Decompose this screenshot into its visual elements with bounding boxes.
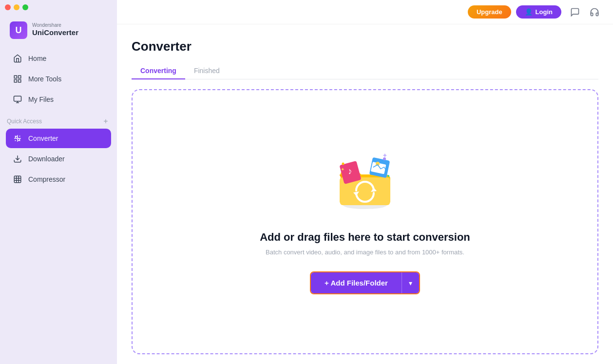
svg-rect-3: [19, 80, 21, 82]
sidebar-item-converter-label: Converter: [28, 134, 58, 142]
sidebar-item-more-tools[interactable]: More Tools: [6, 69, 111, 89]
maximize-button[interactable]: [22, 4, 28, 10]
sidebar-item-compressor[interactable]: Compressor: [6, 170, 111, 189]
sidebar-item-downloader[interactable]: Downloader: [6, 149, 111, 169]
upgrade-button[interactable]: Upgrade: [468, 5, 511, 19]
app-name: UniConverter: [32, 28, 78, 38]
login-button[interactable]: 👤 Login: [516, 5, 561, 19]
quick-access-add-button[interactable]: +: [101, 117, 110, 126]
sidebar-item-downloader-label: Downloader: [28, 155, 65, 163]
add-files-button-wrapper: + Add Files/Folder ▾: [310, 271, 420, 294]
tabs: Converting Finished: [132, 63, 598, 79]
sidebar: U Wondershare UniConverter Home: [0, 0, 117, 364]
titlebar: [0, 0, 117, 15]
topbar: Upgrade 👤 Login: [117, 0, 613, 24]
sidebar-item-converter[interactable]: Converter: [6, 129, 111, 148]
topbar-icons: [568, 5, 601, 19]
svg-point-25: [387, 175, 389, 177]
svg-rect-10: [14, 176, 21, 183]
nav-main: Home More Tools My Files: [0, 49, 117, 110]
home-icon: [13, 54, 22, 63]
sidebar-item-compressor-label: Compressor: [28, 175, 65, 183]
login-icon: 👤: [525, 8, 533, 16]
quick-access-section: Quick Access +: [0, 110, 117, 129]
sidebar-item-home[interactable]: Home: [6, 49, 111, 68]
content-area: Converter Converting Finished: [117, 24, 613, 364]
tab-converting[interactable]: Converting: [132, 63, 185, 79]
add-files-button[interactable]: + Add Files/Folder: [311, 272, 402, 293]
converter-icon: [13, 134, 22, 143]
page-title: Converter: [132, 39, 598, 54]
nav-quick-access: Converter Downloader: [0, 129, 117, 190]
drop-subtitle: Batch convert video, audio, and image fi…: [266, 249, 464, 256]
dropzone[interactable]: ♪ ✦ ✦ Add or drag files here to start co…: [132, 89, 598, 354]
login-label: Login: [536, 8, 553, 16]
svg-rect-4: [14, 96, 21, 101]
drop-illustration: ♪ ✦ ✦: [331, 149, 399, 217]
svg-rect-2: [14, 80, 17, 82]
svg-text:✦: ✦: [341, 167, 345, 172]
sidebar-item-my-files[interactable]: My Files: [6, 90, 111, 109]
tab-finished[interactable]: Finished: [185, 63, 229, 79]
svg-point-24: [342, 163, 345, 165]
drop-title: Add or drag files here to start conversi…: [260, 231, 470, 244]
headset-icon[interactable]: [588, 5, 601, 19]
sidebar-item-more-tools-label: More Tools: [28, 75, 61, 83]
main-area: Upgrade 👤 Login Converter Converting: [117, 0, 613, 364]
svg-rect-0: [14, 76, 17, 78]
dropdown-chevron-icon: ▾: [409, 279, 412, 287]
app-logo-text: Wondershare UniConverter: [32, 23, 78, 38]
compressor-icon: [13, 174, 22, 184]
my-files-icon: [13, 95, 22, 104]
app-brand: Wondershare: [32, 23, 78, 28]
app-logo-icon: U: [10, 21, 27, 39]
message-icon[interactable]: [568, 5, 582, 19]
add-files-dropdown-button[interactable]: ▾: [402, 272, 419, 293]
minimize-button[interactable]: [14, 4, 19, 10]
sidebar-item-my-files-label: My Files: [28, 96, 54, 103]
downloader-icon: [13, 154, 22, 164]
close-button[interactable]: [5, 4, 11, 10]
sidebar-item-home-label: Home: [28, 55, 46, 62]
quick-access-label: Quick Access: [7, 118, 42, 125]
svg-rect-1: [19, 76, 21, 78]
logo-area: U Wondershare UniConverter: [0, 15, 117, 49]
svg-text:✦: ✦: [382, 152, 388, 159]
more-tools-icon: [13, 74, 22, 84]
